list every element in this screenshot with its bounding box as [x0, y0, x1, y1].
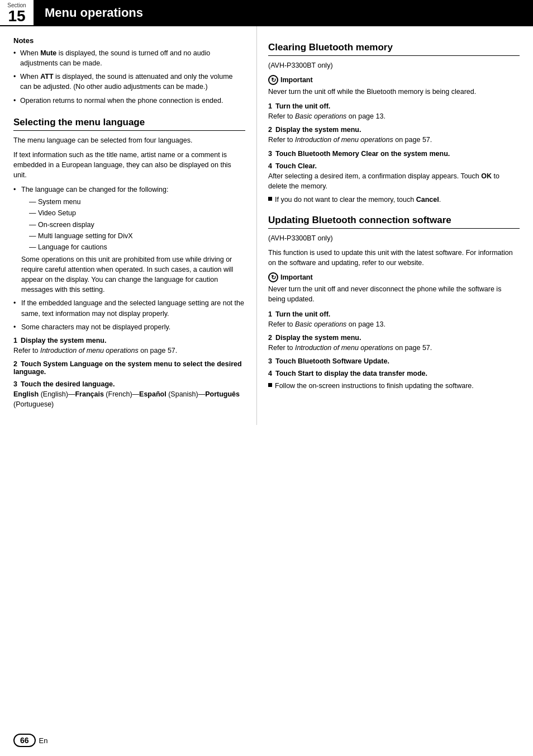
- sub-list-languages: System menu Video Setup On-screen displa…: [29, 197, 245, 252]
- sub-item-video-setup: Video Setup: [29, 208, 245, 218]
- select-lang-step-3-body: English (English)—Français (French)—Espa…: [13, 389, 245, 409]
- clearing-bluetooth-heading: Clearing Bluetooth memory: [268, 42, 520, 56]
- updating-important-label: Important: [280, 273, 313, 281]
- selecting-menu-language-heading: Selecting the menu language: [13, 117, 245, 131]
- clear-bt-step-1-body: Refer to Basic operations on page 13.: [268, 111, 520, 121]
- clear-bt-step-4-body: After selecting a desired item, a confir…: [268, 171, 520, 191]
- page-title: Menu operations: [34, 0, 533, 25]
- clear-bt-step-2-heading: 2Display the system menu.: [268, 126, 520, 134]
- select-lang-step-2-heading: 2Touch System Language on the system men…: [13, 360, 245, 376]
- update-bt-step-4-note: Follow the on-screen instructions to fin…: [268, 381, 520, 391]
- clear-bt-step-3: 3Touch Bluetooth Memory Clear on the sys…: [268, 150, 520, 158]
- selecting-bullet-list: The language can be changed for the foll…: [13, 185, 245, 332]
- select-lang-step-2: 2Touch System Language on the system men…: [13, 360, 245, 376]
- clear-bt-step-3-heading: 3Touch Bluetooth Memory Clear on the sys…: [268, 150, 520, 158]
- page-footer: 66 En: [0, 734, 533, 747]
- selecting-intro-1: The menu language can be selected from f…: [13, 135, 245, 145]
- bullet-item-characters: Some characters may not be displayed pro…: [13, 322, 245, 332]
- select-lang-step-1-body: Refer to Introduction of menu operations…: [13, 346, 245, 356]
- clearing-important-label: Important: [280, 76, 313, 84]
- select-lang-step-3: 3Touch the desired language. English (En…: [13, 380, 245, 409]
- updating-bluetooth-heading: Updating Bluetooth connection software: [268, 215, 520, 229]
- update-bt-step-1-heading: 1Turn the unit off.: [268, 310, 520, 318]
- clearing-important-box: ↻ Important Never turn the unit off whil…: [268, 75, 520, 97]
- sq-bullet-icon-2: [268, 383, 272, 387]
- notes-title: Notes: [13, 36, 245, 45]
- note-item-3: Operation returns to normal when the pho…: [13, 96, 245, 106]
- update-bt-note-text: Follow the on-screen instructions to fin…: [275, 381, 474, 391]
- sub-item-onscreen: On-screen display: [29, 220, 245, 230]
- update-bt-step-4-heading: 4Touch Start to display the data transfe…: [268, 370, 520, 377]
- selecting-intro-2: If text information such as the title na…: [13, 150, 245, 180]
- left-column: Notes When Mute is displayed, the sound …: [0, 26, 257, 425]
- important-icon-2: ↻: [268, 272, 278, 282]
- updating-bluetooth-intro: This function is used to update this uni…: [268, 248, 520, 268]
- update-bt-step-2-body: Refer to Introduction of menu operations…: [268, 343, 520, 353]
- clearing-important-title: ↻ Important: [268, 75, 520, 85]
- updating-important-title: ↻ Important: [268, 272, 520, 282]
- page-number: 66: [13, 734, 36, 747]
- section-number: 15: [8, 8, 25, 24]
- update-bt-step-3: 3Touch Bluetooth Software Update.: [268, 357, 520, 365]
- main-content: Notes When Mute is displayed, the sound …: [0, 26, 533, 425]
- updating-important-body: Never turn the unit off and never discon…: [268, 284, 520, 304]
- page-header: Section 15 Menu operations: [0, 0, 533, 26]
- select-lang-step-1: 1Display the system menu. Refer to Intro…: [13, 337, 245, 356]
- right-column: Clearing Bluetooth memory (AVH-P3300BT o…: [257, 26, 533, 425]
- update-bt-step-2: 2Display the system menu. Refer to Intro…: [268, 334, 520, 353]
- language-label: En: [39, 736, 48, 745]
- clearing-bluetooth-subtitle: (AVH-P3300BT only): [268, 60, 520, 70]
- select-lang-step-3-heading: 3Touch the desired language.: [13, 380, 245, 388]
- update-bt-step-1: 1Turn the unit off. Refer to Basic opera…: [268, 310, 520, 329]
- bullet-item-embedded: If the embedded language and the selecte…: [13, 298, 245, 318]
- clear-bt-step-4: 4Touch Clear. After selecting a desired …: [268, 162, 520, 205]
- important-icon-1: ↻: [268, 75, 278, 85]
- bullet-item-language: The language can be changed for the foll…: [13, 185, 245, 295]
- update-bt-step-3-heading: 3Touch Bluetooth Software Update.: [268, 357, 520, 365]
- updating-bluetooth-subtitle: (AVH-P3300BT only): [268, 233, 520, 243]
- update-bt-step-4: 4Touch Start to display the data transfe…: [268, 370, 520, 391]
- note-item-2: When ATT is displayed, the sound is atte…: [13, 72, 245, 92]
- update-bt-step-2-heading: 2Display the system menu.: [268, 334, 520, 342]
- sq-bullet-icon-1: [268, 197, 272, 201]
- note-item-1: When Mute is displayed, the sound is tur…: [13, 48, 245, 68]
- update-bt-step-1-body: Refer to Basic operations on page 13.: [268, 319, 520, 329]
- caution-extra-text: Some operations on this unit are prohibi…: [21, 256, 233, 294]
- clear-bt-step-4-heading: 4Touch Clear.: [268, 162, 520, 170]
- updating-important-box: ↻ Important Never turn the unit off and …: [268, 272, 520, 304]
- clear-bt-step-2: 2Display the system menu. Refer to Intro…: [268, 126, 520, 145]
- sub-item-multi-language: Multi language setting for DivX: [29, 231, 245, 241]
- clear-bt-step-4-note: If you do not want to clear the memory, …: [268, 195, 520, 205]
- section-label: Section 15: [0, 0, 34, 25]
- clear-bt-step-1: 1Turn the unit off. Refer to Basic opera…: [268, 102, 520, 121]
- sub-item-language-cautions: Language for cautions: [29, 242, 245, 252]
- select-lang-step-1-heading: 1Display the system menu.: [13, 337, 245, 344]
- clear-bt-note-text: If you do not want to clear the memory, …: [275, 195, 441, 205]
- clearing-important-body: Never turn the unit off while the Blueto…: [268, 87, 520, 97]
- clear-bt-step-2-body: Refer to Introduction of menu operations…: [268, 135, 520, 145]
- clear-bt-step-1-heading: 1Turn the unit off.: [268, 102, 520, 110]
- notes-list: When Mute is displayed, the sound is tur…: [13, 48, 245, 106]
- sub-item-system-menu: System menu: [29, 197, 245, 207]
